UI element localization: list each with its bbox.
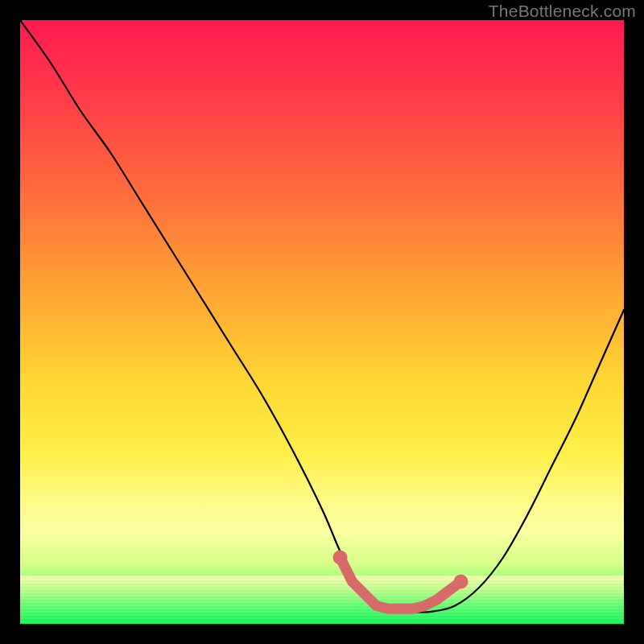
bottleneck-curve (20, 20, 624, 613)
chart-frame: TheBottleneck.com (0, 0, 644, 644)
marker-dot (408, 604, 418, 613)
marker-dot (454, 575, 469, 589)
marker-dot (333, 551, 348, 565)
marker-dot (360, 589, 369, 599)
marker-dot (432, 595, 442, 605)
marker-dot (348, 577, 357, 587)
marker-dot (396, 604, 406, 613)
marker-connector (341, 558, 461, 609)
watermark-text: TheBottleneck.com (489, 2, 636, 21)
marker-dot (384, 604, 394, 613)
plot-area (20, 20, 624, 624)
marker-group (333, 551, 469, 614)
marker-dot (372, 601, 382, 611)
curve-layer (20, 20, 624, 624)
marker-dot (420, 601, 430, 611)
